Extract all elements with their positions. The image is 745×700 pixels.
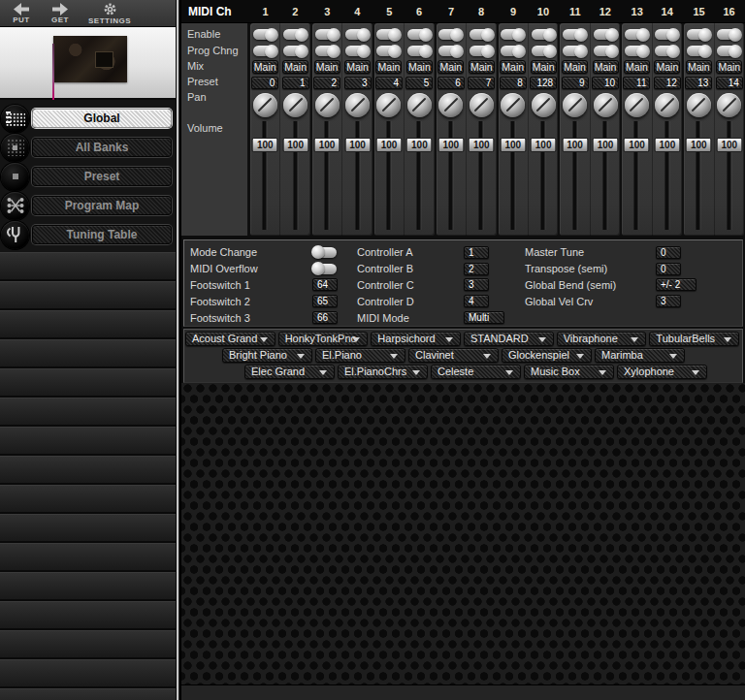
volume-fader[interactable]: 100 [405, 119, 434, 232]
preset-field[interactable]: 14 [716, 77, 743, 89]
instrument-select-music-box[interactable]: Music Box [524, 365, 614, 379]
mix-button[interactable]: Main [593, 60, 619, 74]
preset-field[interactable]: 2 [313, 77, 340, 89]
preset-field[interactable]: 12 [654, 77, 681, 89]
prog-chng-toggle[interactable] [532, 46, 556, 56]
mix-button[interactable]: Main [500, 60, 526, 74]
mix-button[interactable]: Main [686, 60, 712, 74]
put-button[interactable]: PUT [2, 0, 41, 26]
mix-button[interactable]: Main [314, 60, 340, 74]
enable-toggle[interactable] [717, 29, 741, 40]
footswitch-1-field[interactable]: 64 [312, 278, 338, 291]
mix-button[interactable]: Main [344, 60, 371, 74]
preset-button[interactable]: Preset [32, 167, 172, 186]
pan-knob[interactable] [345, 93, 370, 117]
mix-button[interactable]: Main [531, 60, 557, 74]
prog-chng-toggle[interactable] [625, 46, 649, 56]
volume-fader[interactable]: 100 [684, 119, 713, 232]
fader-cap[interactable]: 100 [406, 138, 433, 152]
get-button[interactable]: GET [41, 0, 80, 26]
instrument-select-bright-piano[interactable]: Bright Piano [222, 348, 312, 363]
pan-knob[interactable] [315, 93, 340, 117]
prog-chng-toggle[interactable] [717, 46, 741, 56]
prog-chng-toggle[interactable] [563, 46, 587, 56]
prog-chng-toggle[interactable] [315, 46, 340, 56]
volume-fader[interactable]: 100 [374, 119, 404, 232]
prog-chng-toggle[interactable] [283, 46, 308, 56]
instrument-select-vibraphone[interactable]: Vibraphone [557, 332, 647, 346]
enable-toggle[interactable] [283, 29, 308, 40]
volume-fader[interactable]: 100 [342, 119, 372, 232]
preset-field[interactable]: 11 [623, 77, 650, 89]
instrument-select-acoust-grand[interactable]: Acoust Grand [185, 332, 275, 346]
pan-knob[interactable] [407, 93, 432, 117]
volume-fader[interactable]: 100 [591, 119, 620, 232]
preset-field[interactable]: 4 [375, 77, 403, 89]
instrument-select-el-pianochrs[interactable]: El.PianoChrs [338, 365, 428, 379]
mix-button[interactable]: Main [716, 60, 742, 74]
volume-fader[interactable]: 100 [653, 119, 682, 232]
prog-chng-toggle[interactable] [594, 46, 618, 56]
preset-field[interactable]: 9 [562, 77, 589, 89]
midi-overflow-toggle[interactable] [312, 264, 337, 274]
volume-fader[interactable]: 100 [622, 119, 651, 232]
volume-fader[interactable]: 100 [437, 119, 466, 232]
preset-field[interactable]: 1 [282, 77, 309, 89]
pan-knob[interactable] [563, 93, 587, 117]
volume-fader[interactable]: 100 [280, 119, 309, 232]
fader-cap[interactable]: 100 [562, 138, 588, 152]
fader-cap[interactable]: 100 [469, 138, 495, 152]
preset-field[interactable]: 6 [437, 77, 465, 89]
fader-cap[interactable]: 100 [531, 138, 557, 152]
instrument-select-tubularbells[interactable]: TubularBells [649, 332, 739, 346]
instrument-select-honkytonkpno[interactable]: HonkyTonkPno [278, 332, 369, 346]
prog-chng-toggle[interactable] [253, 46, 277, 56]
fader-cap[interactable]: 100 [593, 138, 619, 152]
volume-fader[interactable]: 100 [560, 119, 589, 232]
prog-chng-toggle[interactable] [687, 46, 711, 56]
instrument-select-marimba[interactable]: Marimba [595, 348, 685, 363]
fader-cap[interactable]: 100 [716, 138, 742, 152]
prog-chng-toggle[interactable] [470, 46, 494, 56]
enable-toggle[interactable] [407, 29, 432, 40]
preset-field[interactable]: 10 [592, 77, 619, 89]
midi-mode-field[interactable]: Multi [464, 311, 504, 324]
controller-b-field[interactable]: 2 [464, 263, 489, 275]
enable-toggle[interactable] [625, 29, 649, 40]
prog-chng-toggle[interactable] [345, 46, 370, 56]
instrument-select-standard[interactable]: STANDARD [464, 332, 554, 346]
preset-field[interactable]: 7 [468, 77, 495, 89]
mode-change-toggle[interactable] [312, 247, 337, 258]
volume-fader[interactable]: 100 [715, 119, 744, 232]
fader-cap[interactable]: 100 [344, 138, 371, 152]
tuning-table-button[interactable]: Tuning Table [32, 225, 172, 244]
transpose-semi-field[interactable]: 0 [656, 263, 681, 275]
prog-chng-toggle[interactable] [501, 46, 525, 56]
mix-button[interactable]: Main [654, 60, 680, 74]
enable-toggle[interactable] [532, 29, 556, 40]
global-vel-crv-field[interactable]: 3 [656, 295, 681, 307]
pan-knob[interactable] [625, 93, 649, 117]
mix-button[interactable]: Main [469, 60, 495, 74]
enable-toggle[interactable] [501, 29, 525, 40]
settings-button[interactable]: SETTINGS [80, 0, 140, 26]
fader-cap[interactable]: 100 [375, 138, 402, 152]
master-tune-field[interactable]: 0 [656, 246, 681, 259]
fader-cap[interactable]: 100 [624, 138, 650, 152]
instrument-select-el-piano[interactable]: El.Piano [315, 348, 405, 363]
pan-knob[interactable] [687, 93, 711, 117]
enable-toggle[interactable] [253, 29, 277, 40]
volume-fader[interactable]: 100 [467, 119, 496, 232]
preset-field[interactable]: 5 [405, 77, 433, 89]
prog-chng-toggle[interactable] [407, 46, 432, 56]
instrument-select-clavinet[interactable]: Clavinet [408, 348, 499, 363]
fader-cap[interactable]: 100 [500, 138, 526, 152]
global-button[interactable]: Global [32, 109, 172, 128]
preset-field[interactable]: 8 [500, 77, 527, 89]
enable-toggle[interactable] [470, 29, 494, 40]
fader-cap[interactable]: 100 [437, 138, 464, 152]
mix-button[interactable]: Main [406, 60, 433, 74]
instrument-select-glockenspiel[interactable]: Glockenspiel [502, 348, 592, 363]
instrument-select-elec-grand[interactable]: Elec Grand [244, 365, 335, 379]
volume-fader[interactable]: 100 [529, 119, 558, 232]
